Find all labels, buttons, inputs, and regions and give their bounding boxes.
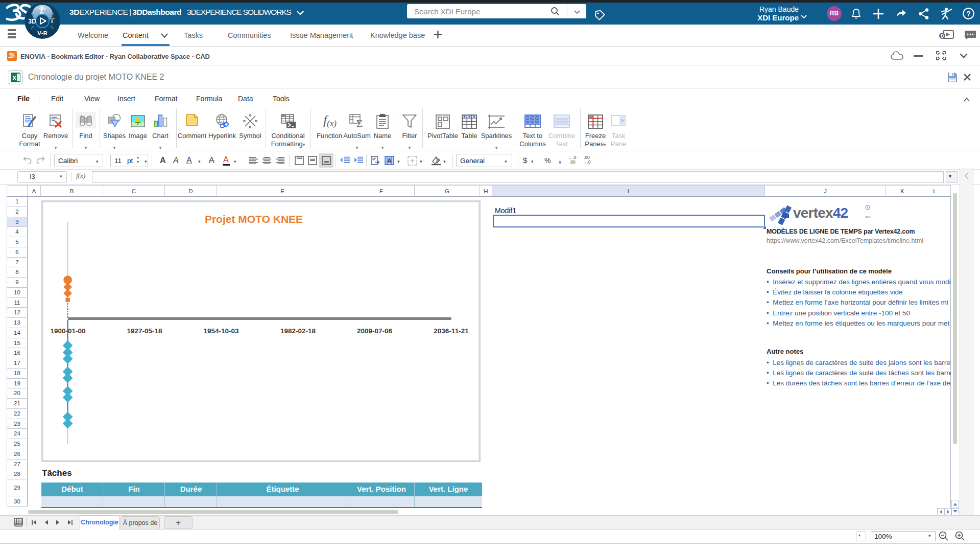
svg-text:1900-01-00: 1900-01-00 <box>50 327 85 335</box>
svg-text:A: A <box>388 157 392 164</box>
svg-text:Σ: Σ <box>356 117 363 130</box>
svg-text:3D: 3D <box>28 18 36 25</box>
svg-text:0: 0 <box>941 33 944 39</box>
svg-text:X: X <box>12 74 17 82</box>
svg-text:2009-07-06: 2009-07-06 <box>357 327 393 335</box>
svg-text:vertex42: vertex42 <box>793 205 848 221</box>
svg-text:1982-02-18: 1982-02-18 <box>280 327 316 335</box>
svg-text:i´: i´ <box>51 17 55 25</box>
svg-text:1954-10-03: 1954-10-03 <box>203 327 239 335</box>
svg-text:Projet MOTO KNEE: Projet MOTO KNEE <box>205 213 303 225</box>
svg-text:2036-11-21: 2036-11-21 <box>434 327 469 335</box>
svg-text:1927-05-18: 1927-05-18 <box>127 327 162 335</box>
svg-text:?: ? <box>966 10 971 18</box>
svg-text:(x): (x) <box>327 119 337 128</box>
svg-text:V•R: V•R <box>37 30 47 36</box>
